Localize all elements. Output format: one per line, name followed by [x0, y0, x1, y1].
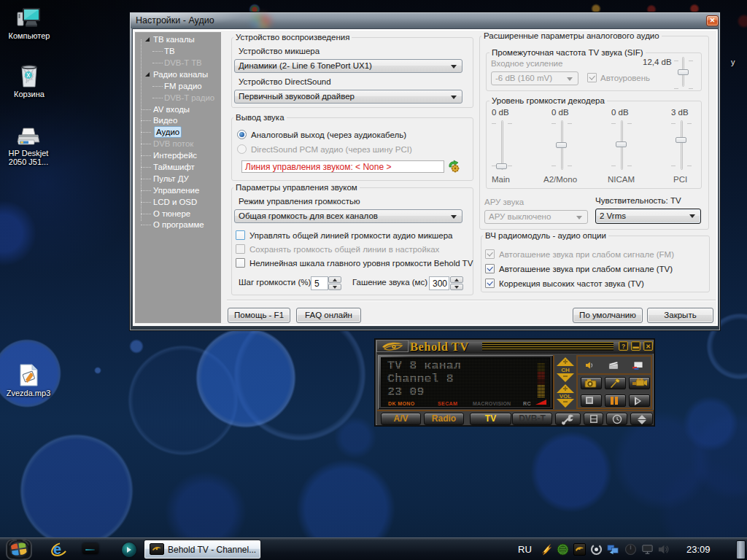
svg-text:e: e: [53, 541, 61, 557]
